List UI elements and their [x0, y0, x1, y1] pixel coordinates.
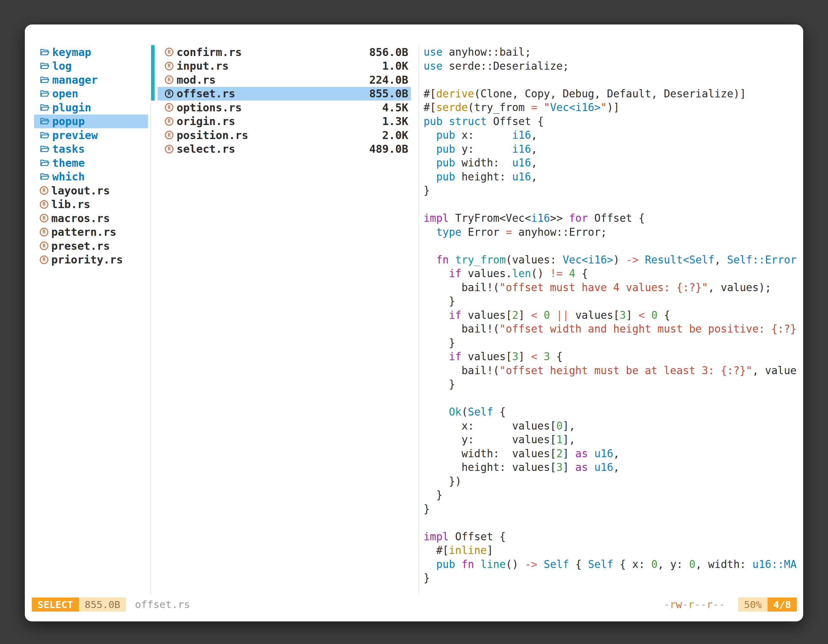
sidebar-item-keymap[interactable]: keymap — [34, 45, 148, 59]
code-line: fn try_from(values: Vec<i16>) -> Result<… — [423, 253, 803, 267]
sidebar-item-theme[interactable]: theme — [34, 156, 148, 170]
code-line: if values[3] < 3 { — [423, 350, 803, 364]
folder-icon — [40, 61, 49, 71]
sidebar-item-plugin[interactable]: plugin — [34, 100, 148, 114]
file-name: position.rs — [177, 129, 379, 142]
current-directory-pane: Rconfirm.rs856.0BRinput.rs1.0KRmod.rs224… — [151, 45, 419, 156]
file-size: 4.5K — [382, 101, 408, 114]
mode-badge: SELECT — [32, 597, 79, 611]
code-line — [423, 516, 803, 530]
code-line: pub y: i16, — [423, 142, 803, 156]
code-line: } — [423, 488, 803, 502]
sidebar-item-preset-rs[interactable]: Rpreset.rs — [34, 239, 148, 253]
code-line — [423, 391, 803, 405]
code-line: type Error = anyhow::Error; — [423, 225, 803, 239]
folder-icon — [40, 47, 49, 57]
rust-file-icon: R — [40, 200, 49, 209]
file-size: 2.0K — [382, 129, 408, 142]
code-line: } — [423, 294, 803, 308]
file-item-origin-rs[interactable]: Rorigin.rs1.3K — [157, 114, 411, 128]
sidebar-item-macros-rs[interactable]: Rmacros.rs — [34, 211, 148, 225]
file-name: mod.rs — [177, 74, 366, 86]
folder-icon — [40, 130, 49, 140]
code-line — [423, 239, 803, 253]
rust-file-icon: R — [165, 131, 173, 139]
item-label: priority.rs — [51, 253, 123, 266]
item-label: manager — [52, 74, 98, 86]
file-name: options.rs — [177, 101, 379, 114]
file-preview-pane[interactable]: use anyhow::bail;use serde::Deserialize;… — [419, 45, 803, 593]
folder-icon — [40, 116, 49, 126]
code-line: if values.len() != 4 { — [423, 266, 803, 280]
sidebar-item-open[interactable]: open — [34, 87, 148, 101]
rust-file-icon: R — [40, 255, 49, 264]
folder-icon — [40, 75, 49, 85]
code-line: pub width: u16, — [423, 156, 803, 170]
item-label: pattern.rs — [51, 226, 116, 238]
item-label: popup — [52, 115, 85, 128]
code-line: } — [423, 502, 803, 516]
sidebar-item-log[interactable]: log — [34, 59, 148, 73]
code-line: impl TryFrom<Vec<i16>> for Offset { — [423, 211, 803, 225]
code-line: bail!("offset must have 4 values: {:?}",… — [423, 280, 803, 295]
cursor-position-badge: 4/8 — [768, 597, 797, 611]
item-label: tasks — [52, 143, 85, 155]
file-item-offset-rs[interactable]: Roffset.rs855.0B — [157, 87, 411, 101]
file-name: origin.rs — [177, 115, 379, 128]
rust-file-icon: R — [165, 117, 173, 126]
code-line: x: values[0], — [423, 419, 803, 433]
code-line: #[derive(Clone, Copy, Debug, Default, De… — [423, 87, 803, 101]
sidebar-item-which[interactable]: which — [34, 170, 148, 184]
sidebar-item-priority-rs[interactable]: Rpriority.rs — [34, 253, 148, 267]
scroll-percent-badge: 50% — [738, 597, 768, 611]
code-line: use serde::Deserialize; — [423, 59, 803, 73]
code-line: pub height: u16, — [423, 170, 803, 184]
rust-file-icon: R — [165, 103, 173, 112]
sidebar-item-pattern-rs[interactable]: Rpattern.rs — [34, 225, 148, 239]
code-line: }) — [423, 475, 803, 489]
item-label: preview — [52, 129, 98, 142]
code-line: impl Offset { — [423, 530, 803, 544]
sidebar-item-tasks[interactable]: tasks — [34, 142, 148, 156]
sidebar-item-layout-rs[interactable]: Rlayout.rs — [34, 183, 148, 197]
item-label: open — [52, 87, 78, 100]
code-line: use anyhow::bail; — [423, 45, 803, 59]
rust-file-icon: R — [40, 186, 49, 195]
file-size: 856.0B — [369, 46, 408, 58]
file-item-input-rs[interactable]: Rinput.rs1.0K — [157, 59, 411, 73]
sidebar-item-popup[interactable]: popup — [34, 114, 148, 128]
file-size: 1.0K — [382, 60, 408, 72]
code-line — [423, 197, 803, 212]
status-bar-left: SELECT 855.0B offset.rs — [32, 597, 190, 611]
code-line: #[serde(try_from = "Vec<i16>")] — [423, 100, 803, 114]
code-line — [423, 73, 803, 87]
code-line: y: values[1], — [423, 433, 803, 447]
file-size: 224.0B — [369, 74, 408, 86]
status-bar: SELECT 855.0B offset.rs -rw-r--r-- 50% 4… — [32, 597, 797, 612]
sidebar-item-preview[interactable]: preview — [34, 128, 148, 142]
code-line: bail!("offset width and height must be p… — [423, 322, 803, 336]
rust-file-icon: R — [165, 62, 173, 71]
file-item-mod-rs[interactable]: Rmod.rs224.0B — [157, 73, 411, 87]
rust-file-icon: R — [165, 145, 173, 154]
item-label: lib.rs — [51, 198, 90, 211]
file-item-options-rs[interactable]: Roptions.rs4.5K — [157, 100, 411, 114]
file-item-select-rs[interactable]: Rselect.rs489.0B — [157, 142, 411, 156]
folder-icon — [40, 172, 49, 181]
sidebar-item-manager[interactable]: manager — [34, 73, 148, 87]
item-label: which — [52, 170, 85, 183]
file-name: select.rs — [177, 143, 366, 155]
file-permissions: -rw-r--r-- — [663, 599, 725, 611]
code-line: pub x: i16, — [423, 128, 803, 142]
code-line: bail!("offset height must be at least 3:… — [423, 364, 803, 378]
code-line: width: values[2] as u16, — [423, 447, 803, 461]
code-line: Ok(Self { — [423, 405, 803, 419]
file-item-position-rs[interactable]: Rposition.rs2.0K — [157, 128, 411, 142]
item-label: macros.rs — [51, 212, 110, 225]
rust-file-icon: R — [40, 228, 49, 237]
file-name: confirm.rs — [177, 46, 366, 58]
parent-directory-pane: keymaplogmanageropenpluginpopuppreviewta… — [25, 45, 151, 266]
rust-file-icon: R — [40, 241, 49, 250]
file-item-confirm-rs[interactable]: Rconfirm.rs856.0B — [157, 45, 411, 59]
sidebar-item-lib-rs[interactable]: Rlib.rs — [34, 197, 148, 212]
